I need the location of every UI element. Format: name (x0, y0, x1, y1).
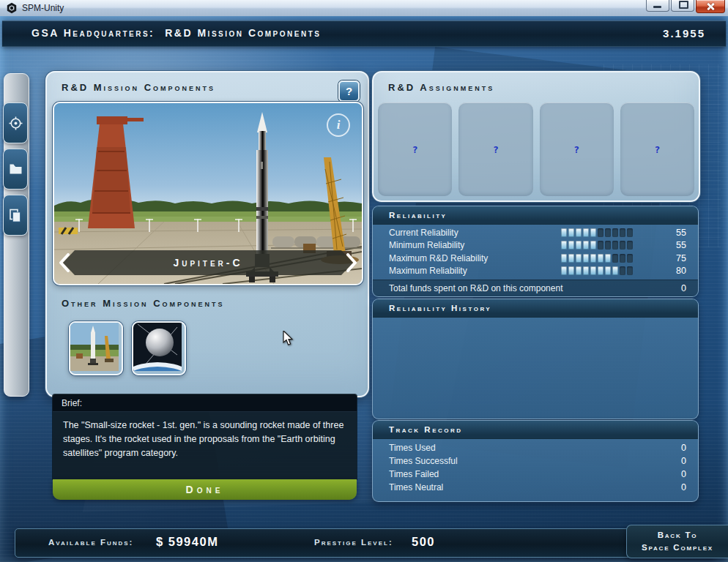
track-record-row: Times Successful 0 (373, 454, 698, 468)
mouse-cursor (283, 331, 294, 346)
back-to-space-complex-button[interactable]: Back To Space Complex (626, 525, 728, 558)
back-button-line2: Space Complex (642, 542, 713, 554)
reliability-row-label: Minimum Reliability (389, 240, 464, 250)
reliability-row-value: 75 (676, 253, 686, 263)
track-record-panel: Track Record Times Used 0 Times Successf… (372, 420, 699, 502)
reliability-row-value: 55 (676, 228, 686, 238)
screen-title: GSA Headquarters:R&D Mission Components (31, 27, 321, 39)
reliability-title: Reliability (389, 211, 447, 220)
track-record-row: Times Used 0 (373, 441, 698, 454)
track-record-row: Times Neutral 0 (373, 481, 698, 494)
reliability-total-row: Total funds spent on R&D on this compone… (373, 280, 698, 296)
slot-question-mark: ? (493, 144, 499, 155)
minimize-button[interactable] (646, 0, 669, 12)
reliability-segment-bar (561, 254, 633, 263)
folder-icon (9, 163, 23, 175)
app-window: SPM-Unity GSA Headquarters:R&D Mission C… (0, 0, 728, 562)
carousel-next-button[interactable] (342, 249, 361, 277)
reliability-history-panel: Reliability History (372, 299, 699, 419)
slot-question-mark: ? (654, 144, 660, 155)
reliability-row-value: 55 (676, 240, 686, 250)
reliability-segment-bar (561, 241, 633, 250)
slot-question-mark: ? (412, 144, 418, 155)
screen-name: R&D Mission Components (165, 27, 321, 39)
brief-text: The "Small-size rocket - 1st. gen." is a… (53, 412, 357, 466)
assignments-title: R&D Assignments (388, 82, 494, 93)
close-icon (706, 2, 715, 11)
available-funds-value: $ 59940M (156, 535, 218, 549)
reliability-panel: Reliability Current Reliability 55 Minim… (372, 206, 699, 297)
brief-panel: Brief: The "Small-size rocket - 1st. gen… (53, 394, 357, 479)
assignments-panel: R&D Assignments ? ? ? ? (372, 71, 700, 202)
track-row-label: Times Failed (389, 469, 439, 479)
maximize-button[interactable] (671, 0, 694, 12)
target-icon (9, 116, 23, 130)
reliability-total-value: 0 (681, 283, 686, 293)
track-record-row: Times Failed 0 (373, 468, 698, 481)
sidebar-tab-missions[interactable] (3, 102, 28, 143)
os-titlebar: SPM-Unity (0, 0, 728, 17)
track-row-value: 0 (681, 482, 686, 492)
footer-bar: Available Funds: $ 59940M Prestige Level… (15, 528, 716, 558)
help-button[interactable]: ? (338, 80, 360, 102)
track-row-value: 0 (681, 456, 686, 466)
back-button-line1: Back To (658, 529, 698, 542)
prestige-level-label: Prestige Level: (314, 538, 393, 547)
reliability-row: Maximum Reliability 80 (373, 265, 698, 278)
done-button-label: Done (186, 484, 224, 495)
track-row-label: Times Used (389, 443, 436, 453)
reliability-total-label: Total funds spent on R&D on this compone… (389, 283, 562, 293)
mission-components-title: R&D Mission Components (62, 82, 215, 93)
track-row-value: 0 (681, 469, 686, 479)
maximize-icon (679, 1, 688, 9)
reliability-segment-bar (561, 228, 633, 237)
reliability-row-label: Maximum R&D Reliability (389, 253, 488, 263)
assignment-slot-3[interactable]: ? (540, 102, 614, 196)
screen-location: GSA Headquarters: (31, 27, 155, 39)
rocket-thumb-image (70, 323, 119, 371)
component-carousel: i Jupiter-C (53, 102, 363, 285)
selected-component-name: Jupiter-C (173, 257, 242, 269)
track-row-value: 0 (681, 443, 686, 453)
close-button[interactable] (696, 0, 725, 13)
reliability-history-title: Reliability History (389, 304, 491, 312)
assignment-slot-4[interactable]: ? (620, 102, 694, 196)
slot-question-mark: ? (573, 144, 579, 155)
thumbnail-small-rocket[interactable] (69, 321, 123, 375)
unity-logo-icon (6, 2, 18, 14)
sidebar-tab-archive[interactable] (3, 149, 28, 190)
minimize-icon (653, 6, 661, 8)
assignment-slots: ? ? ? ? (378, 102, 694, 196)
assignment-slot-2[interactable]: ? (458, 102, 532, 196)
prestige-level-value: 500 (412, 535, 435, 549)
satellite-thumb-image (133, 323, 182, 371)
reliability-row: Current Reliability 55 (373, 226, 698, 239)
reliability-segment-bar (561, 266, 633, 275)
track-record-rows: Times Used 0 Times Successful 0 Times Fa… (373, 441, 698, 494)
thumbnail-satellite[interactable] (132, 321, 186, 375)
window-title: SPM-Unity (22, 3, 64, 13)
reliability-row-label: Current Reliability (389, 228, 458, 238)
available-funds-label: Available Funds: (48, 538, 133, 547)
track-row-label: Times Neutral (389, 482, 443, 492)
sidebar-tab-documents[interactable] (3, 195, 28, 236)
game-date: 3.1955 (663, 27, 705, 40)
reliability-rows: Current Reliability 55 Minimum Reliabili… (373, 226, 698, 277)
other-components-title: Other Mission Components (62, 298, 225, 309)
reliability-row-label: Maximum Reliability (389, 266, 467, 276)
chevron-right-icon (346, 253, 357, 272)
reliability-row: Minimum Reliability 55 (373, 239, 698, 252)
done-button[interactable]: Done (53, 479, 357, 500)
assignment-slot-1[interactable]: ? (378, 102, 452, 196)
game-viewport: GSA Headquarters:R&D Mission Components … (0, 16, 728, 562)
track-row-label: Times Successful (389, 456, 458, 466)
mission-components-panel: R&D Mission Components ? (45, 71, 369, 397)
brief-label: Brief: (53, 394, 357, 412)
track-record-title: Track Record (389, 425, 463, 434)
reliability-row-value: 80 (676, 266, 686, 276)
documents-icon (9, 209, 22, 222)
reliability-row: Maximum R&D Reliability 75 (373, 252, 698, 265)
screen-header: GSA Headquarters:R&D Mission Components … (2, 20, 726, 47)
carousel-name-banner: Jupiter-C (63, 250, 353, 275)
info-icon[interactable]: i (327, 113, 350, 137)
